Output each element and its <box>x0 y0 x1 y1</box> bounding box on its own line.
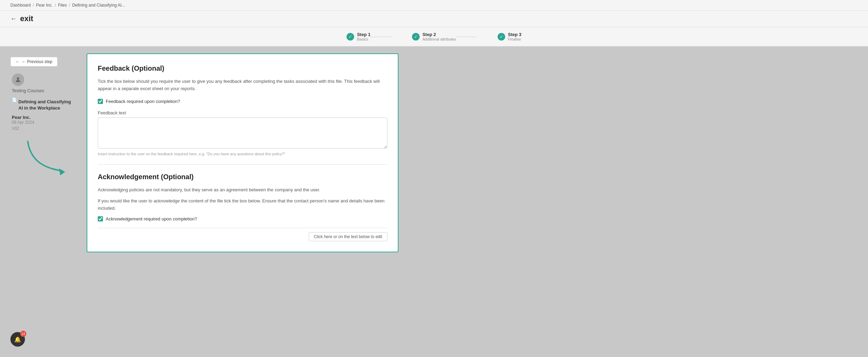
feedback-title: Feedback (Optional) <box>98 64 387 72</box>
notification-count: 14 <box>20 331 26 337</box>
section-divider <box>98 164 387 165</box>
breadcrumb-pear[interactable]: Pear Inc. <box>36 3 53 8</box>
steps-progress-bar: ✓ Step 1 Basics ✓ Step 2 Additional attr… <box>0 27 868 46</box>
breadcrumb: Dashboard / Pear Inc. / Files / Defining… <box>0 0 868 11</box>
main-content: ← ← Previous step Testing Courses 📄 Defi… <box>0 46 868 259</box>
ack-desc-2: If you would like the user to acknowledg… <box>98 198 387 212</box>
feedback-checkbox-row: Feedback required upon completion? <box>98 99 387 104</box>
prev-arrow-icon: ← <box>16 59 20 64</box>
back-arrow-icon[interactable]: ← <box>10 15 17 23</box>
feedback-field-hint: Insert instruction to the user on the fe… <box>98 152 387 156</box>
feedback-description: Tick the box below should you require th… <box>98 78 387 93</box>
acknowledgement-section: Acknowledgement (Optional) Acknowledging… <box>98 173 387 221</box>
feedback-textarea[interactable] <box>98 117 387 149</box>
arrow-decoration <box>24 138 73 177</box>
step-2-label: Step 2 <box>422 32 456 37</box>
sidebar-company: Pear Inc. <box>12 115 71 120</box>
sidebar-version: V02 <box>12 126 71 131</box>
left-sidebar: ← ← Previous step Testing Courses 📄 Defi… <box>10 53 73 252</box>
edit-hint-bar: Click here or on the text below to edit <box>98 228 387 241</box>
right-panel: Feedback (Optional) Tick the box below s… <box>87 53 398 252</box>
acknowledgement-required-checkbox[interactable] <box>98 216 103 221</box>
step-3-item[interactable]: ✓ Step 3 Finalise <box>477 32 542 41</box>
exit-header: ← exit <box>0 11 868 27</box>
feedback-section: Feedback (Optional) Tick the box below s… <box>98 64 387 156</box>
page-wrapper: Dashboard / Pear Inc. / Files / Defining… <box>0 0 868 357</box>
step-2-check-icon: ✓ <box>412 33 420 41</box>
previous-step-label: ← Previous step <box>22 59 52 64</box>
step-3-check-icon: ✓ <box>498 33 505 41</box>
sidebar-info: Testing Courses 📄 Defining and Classifyi… <box>10 73 73 131</box>
breadcrumb-current: Defining and Classifying AI... <box>72 3 125 8</box>
step-1-label: Step 1 <box>357 32 370 37</box>
ack-checkbox-row: Acknowledgement required upon completion… <box>98 216 387 221</box>
step-3-label: Step 3 <box>508 32 521 37</box>
ack-checkbox-label[interactable]: Acknowledgement required upon completion… <box>106 216 197 221</box>
step-1-sublabel: Basics <box>357 37 370 41</box>
file-icon: 📄 <box>12 97 17 102</box>
ack-desc-1: Acknowledging policies are not mandatory… <box>98 186 387 194</box>
edit-hint-button[interactable]: Click here or on the text below to edit <box>309 232 387 241</box>
svg-point-0 <box>17 77 19 80</box>
step-2-sublabel: Additional attributes <box>422 37 456 41</box>
step-3-sublabel: Finalise <box>508 37 521 41</box>
avatar <box>12 73 24 86</box>
breadcrumb-dashboard[interactable]: Dashboard <box>10 3 31 8</box>
step-2-text: Step 2 Additional attributes <box>422 32 456 41</box>
previous-step-button[interactable]: ← ← Previous step <box>10 57 58 67</box>
notif-icon: 🔔 <box>14 336 21 343</box>
exit-title: exit <box>20 14 33 23</box>
sidebar-filename: Defining and Classifying AI in the Workp… <box>18 99 71 111</box>
step-1-check-icon: ✓ <box>347 33 354 41</box>
sidebar-username: Testing Courses <box>12 88 71 93</box>
feedback-required-checkbox[interactable] <box>98 99 103 104</box>
breadcrumb-files[interactable]: Files <box>58 3 67 8</box>
step-1-item[interactable]: ✓ Step 1 Basics <box>326 32 391 41</box>
step-1-text: Step 1 Basics <box>357 32 370 41</box>
step-3-text: Step 3 Finalise <box>508 32 521 41</box>
step-2-item[interactable]: ✓ Step 2 Additional attributes <box>391 32 477 41</box>
feedback-checkbox-label[interactable]: Feedback required upon completion? <box>106 99 180 104</box>
breadcrumb-sep-2: / <box>55 3 56 8</box>
breadcrumb-sep-3: / <box>69 3 70 8</box>
notification-badge[interactable]: 🔔 14 <box>10 332 25 347</box>
breadcrumb-sep-1: / <box>33 3 34 8</box>
feedback-text-label: Feedback text <box>98 110 387 115</box>
svg-marker-1 <box>59 168 65 175</box>
acknowledgement-title: Acknowledgement (Optional) <box>98 173 387 181</box>
sidebar-date: 08 Apr 2024 <box>12 120 71 125</box>
